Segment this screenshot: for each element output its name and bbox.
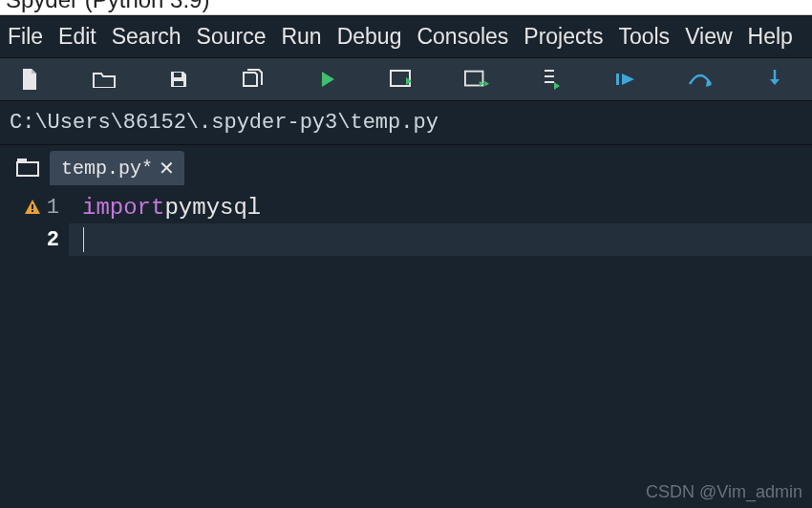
menu-edit[interactable]: Edit <box>53 20 102 53</box>
save-all-icon[interactable] <box>241 67 266 92</box>
gutter-row: 1 <box>0 191 69 223</box>
svg-rect-6 <box>17 159 27 162</box>
gutter-row: 2 <box>0 223 69 256</box>
text-cursor <box>83 227 84 252</box>
warning-icon[interactable] <box>24 199 41 216</box>
gutter: 1 2 <box>0 185 69 508</box>
file-tab-temp[interactable]: temp.py* ✕ <box>50 151 184 185</box>
menubar: File Edit Search Source Run Debug Consol… <box>0 15 812 57</box>
menu-consoles[interactable]: Consoles <box>411 20 514 53</box>
pathbar: C:\Users\86152\.spyder-py3\temp.py <box>0 101 812 145</box>
run-cell-advance-icon[interactable] <box>464 67 489 92</box>
menu-source[interactable]: Source <box>191 20 272 53</box>
run-cell-icon[interactable] <box>390 67 415 92</box>
editor[interactable]: 1 2 import pymysql CSDN @Vim_admin <box>0 185 812 508</box>
svg-rect-5 <box>17 162 38 176</box>
svg-rect-7 <box>32 204 33 209</box>
menu-search[interactable]: Search <box>106 20 187 53</box>
menu-file[interactable]: File <box>2 20 49 53</box>
browse-tabs-icon[interactable] <box>13 153 42 181</box>
menu-projects[interactable]: Projects <box>518 20 609 53</box>
menu-run[interactable]: Run <box>275 20 327 53</box>
code-line[interactable] <box>69 223 812 256</box>
window-title: Spyder (Python 3.9) <box>6 0 209 5</box>
code-area[interactable]: import pymysql <box>69 185 812 508</box>
file-path: C:\Users\86152\.spyder-py3\temp.py <box>10 111 438 135</box>
save-icon[interactable] <box>166 67 191 92</box>
new-file-icon[interactable] <box>17 67 42 92</box>
file-tab-label: temp.py* <box>61 158 153 180</box>
debug-icon[interactable] <box>613 67 638 92</box>
svg-rect-1 <box>174 81 183 86</box>
menu-tools[interactable]: Tools <box>612 20 675 53</box>
code-line[interactable]: import pymysql <box>69 191 812 223</box>
close-icon[interactable]: ✕ <box>159 159 175 178</box>
svg-rect-0 <box>174 73 182 77</box>
toolbar <box>0 57 812 101</box>
window-titlebar: Spyder (Python 3.9) <box>0 0 812 15</box>
line-number: 2 <box>47 228 59 252</box>
run-selection-icon[interactable] <box>539 67 564 92</box>
open-folder-icon[interactable] <box>92 67 117 92</box>
svg-rect-8 <box>32 210 33 212</box>
menu-debug[interactable]: Debug <box>331 20 408 53</box>
debug-step-into-icon[interactable] <box>762 67 787 92</box>
menu-view[interactable]: View <box>679 20 737 53</box>
watermark: CSDN @Vim_admin <box>646 482 802 502</box>
code-token: pymysql <box>164 195 261 221</box>
debug-step-icon[interactable] <box>688 67 713 92</box>
code-token-keyword: import <box>82 195 164 221</box>
svg-rect-4 <box>616 74 619 85</box>
tabstrip: temp.py* ✕ <box>0 145 812 185</box>
line-number: 1 <box>47 196 59 220</box>
run-icon[interactable] <box>315 67 340 92</box>
menu-help[interactable]: Help <box>742 20 799 53</box>
